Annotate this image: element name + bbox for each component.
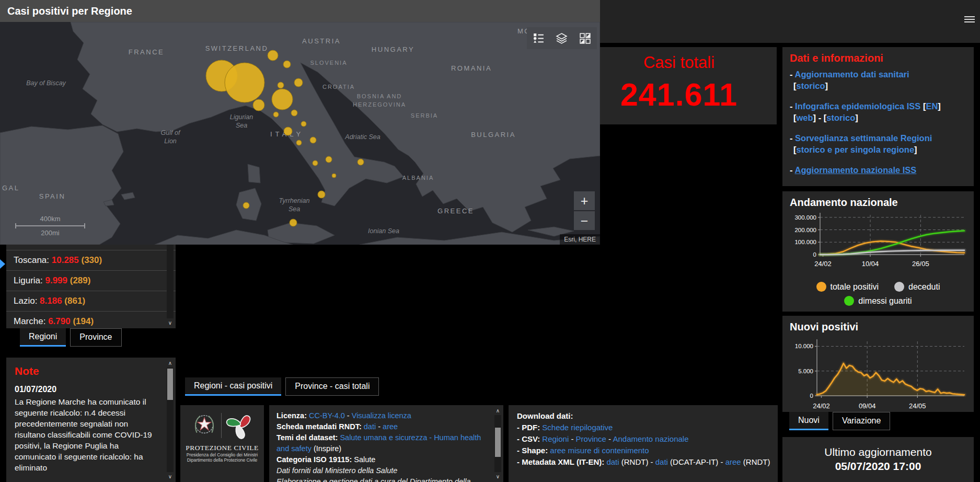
link[interactable]: EN (926, 101, 938, 111)
text: ] (855, 113, 858, 122)
svg-text:26/05: 26/05 (912, 260, 929, 268)
last-update-panel: Ultimo aggiornamento 05/07/2020 17:00 (782, 437, 974, 482)
region-case-bubble[interactable] (310, 137, 316, 143)
stat-card-3: Casi totali 241.611 (581, 47, 777, 124)
tab-nuovi[interactable]: Nuovi (789, 412, 828, 430)
svg-text:5.000: 5.000 (798, 368, 813, 374)
info-links-list: - Aggiornamento dati sanitari[storico]- … (782, 68, 974, 176)
link[interactable]: storico (797, 81, 825, 90)
region-case-bubble[interactable] (278, 82, 284, 88)
text: (Inspire) (312, 444, 341, 453)
repubblica-italiana-emblem-icon (192, 410, 217, 441)
scroll-down-icon[interactable]: ∨ (168, 473, 172, 480)
link[interactable]: Schede riepilogative (542, 423, 613, 432)
andamento-nazionale-panel: Andamento nazionale 300.000200.000100.00… (782, 191, 974, 312)
scroll-up-icon[interactable]: ∧ (168, 360, 172, 366)
region-case-bubble[interactable] (225, 63, 264, 102)
zoom-out-button[interactable]: − (574, 211, 595, 230)
panel-expand-chevron-icon[interactable] (0, 259, 5, 269)
scroll-up-icon[interactable]: ∧ (496, 407, 500, 414)
map-country-label: SLOVENIA (310, 60, 347, 66)
region-case-bubble[interactable] (326, 156, 332, 163)
link[interactable]: CC-BY-4.0 (309, 411, 345, 420)
map-country-label: SERBIA (411, 112, 438, 119)
map-sea-label: Sea (289, 205, 300, 213)
link[interactable]: storico e per singola regione (797, 145, 915, 154)
tab-province-casi-totali[interactable]: Province - casi totali (285, 377, 379, 396)
tab-regioni[interactable]: Regioni (20, 328, 66, 347)
region-case-bubble[interactable] (318, 191, 325, 198)
region-case-bubble[interactable] (291, 110, 297, 116)
info-link-item: - Infografica epidemiologica ISS [EN][we… (790, 100, 966, 123)
region-case-bubble[interactable] (283, 61, 291, 68)
link[interactable]: aree (383, 422, 398, 431)
scroll-thumb[interactable] (495, 428, 501, 457)
link[interactable]: aree misure di contenimento (550, 446, 649, 455)
note-panel: Note 01/07/2020 La Regione Marche ha com… (6, 358, 176, 482)
region-current-positives: (289) (67, 276, 90, 285)
text: ] - [ (813, 113, 827, 122)
text: - (790, 101, 795, 111)
link[interactable]: Sorveglianza settimanale Regioni (795, 133, 932, 143)
region-case-bubble[interactable] (313, 160, 318, 166)
text: - CSV: (517, 434, 542, 443)
region-case-bubble[interactable] (294, 78, 303, 87)
text: - (569, 434, 575, 443)
link[interactable]: storico (826, 113, 855, 122)
link[interactable]: Andamento nazionale (613, 434, 688, 443)
region-case-bubble[interactable] (284, 127, 292, 135)
header-menu-icon[interactable] (964, 15, 975, 23)
tab-variazione[interactable]: Variazione (833, 412, 890, 430)
region-total-cases: 10.285 (52, 255, 79, 265)
scroll-thumb[interactable] (167, 369, 173, 400)
text: ] (938, 101, 941, 111)
layers-icon[interactable] (556, 32, 568, 44)
link[interactable]: Province (576, 434, 606, 443)
svg-text:0: 0 (813, 251, 816, 258)
map-canvas[interactable]: FRANCESWITZERLANDAUSTRIAHUNGARYSLOVENIAC… (0, 22, 600, 245)
legend-icon[interactable] (533, 32, 545, 44)
map-svg[interactable]: FRANCESWITZERLANDAUSTRIAHUNGARYSLOVENIAC… (0, 22, 600, 245)
svg-text:0: 0 (810, 393, 813, 399)
link[interactable]: dati (364, 422, 376, 431)
region-case-bubble[interactable] (253, 99, 264, 111)
link[interactable]: aree (725, 457, 741, 466)
tab-province[interactable]: Province (70, 328, 121, 347)
scroll-down-icon[interactable]: ∨ (496, 473, 500, 480)
zoom-in-button[interactable]: + (574, 191, 595, 210)
svg-text:24/02: 24/02 (813, 402, 830, 410)
scroll-down-icon[interactable]: ∨ (168, 319, 172, 326)
region-case-bubble[interactable] (296, 140, 302, 145)
andamento-legend: totale positividecedutidimessi guariti (782, 282, 974, 306)
region-row[interactable]: Toscana: 10.285 (330) (6, 250, 176, 271)
region-row[interactable]: Marche: 6.790 (194) (6, 312, 176, 328)
license-scrollbar[interactable]: ∧ ∨ (494, 407, 502, 480)
link[interactable]: Infografica epidemiologica ISS (795, 101, 923, 111)
region-case-bubble[interactable] (243, 202, 249, 209)
link[interactable]: dati (606, 457, 619, 466)
basemap-icon[interactable] (579, 32, 591, 44)
footer-logos (192, 410, 253, 441)
region-case-bubble[interactable] (332, 174, 336, 178)
text-line: - CSV: Regioni - Province - Andamento na… (517, 433, 770, 445)
svg-text:10/04: 10/04 (862, 260, 879, 268)
region-case-bubble[interactable] (301, 121, 306, 127)
link[interactable]: Aggiornamento dati sanitari (794, 70, 909, 79)
region-case-bubble[interactable] (273, 112, 279, 117)
link[interactable]: Aggiornamento nazionale ISS (794, 165, 916, 175)
link[interactable]: Regioni (542, 434, 569, 443)
link[interactable]: web (797, 113, 813, 122)
link[interactable]: Visualizza licenza (352, 411, 411, 420)
region-case-bubble[interactable] (290, 219, 297, 226)
region-case-bubble[interactable] (272, 89, 293, 110)
text: - Metadata XML (IT-EN): (517, 457, 606, 466)
svg-text:200.000: 200.000 (794, 227, 816, 233)
region-row[interactable]: Lazio: 8.186 (861) (6, 291, 176, 312)
link[interactable]: dati (655, 457, 668, 466)
region-row[interactable]: Liguria: 9.999 (289) (6, 271, 176, 291)
text: Dati forniti dal Ministero della Salute (276, 466, 397, 475)
region-case-bubble[interactable] (358, 159, 364, 165)
tab-regioni-casi-positivi[interactable]: Regioni - casi positivi (185, 377, 281, 396)
region-case-bubble[interactable] (268, 50, 278, 61)
note-scrollbar[interactable]: ∧ ∨ (166, 360, 174, 480)
